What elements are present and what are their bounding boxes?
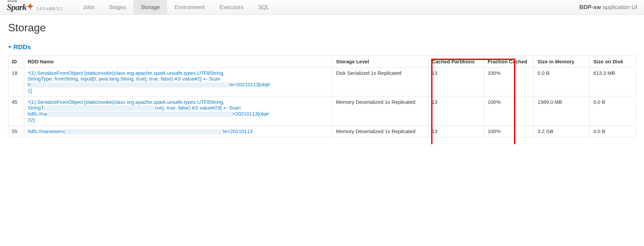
table-row: 18 *(1) SerializeFromObject [staticinvok… [8,67,636,96]
cell-size-in-memory: 3.2 GB [534,126,590,137]
th-cached-partitions[interactable]: Cached Partitions [428,56,484,67]
section-title: RDDs [13,43,31,51]
redacted-text [30,82,229,88]
main-nav: Jobs Stages Storage Environment Executor… [75,0,277,14]
cell-storage-level: Memory Deserialized 1x Replicated [332,126,428,137]
spark-logo-star-icon: ✦ [27,2,34,11]
content-area: Storage RDDs ID RDD Name Storage Level C… [0,15,644,144]
cell-cached-partitions: 13 [428,96,484,126]
rdd-link[interactable]: hdfs://nameservite=20210113 [28,128,329,134]
rdd-table: ID RDD Name Storage Level Cached Partiti… [8,56,636,137]
nav-stages[interactable]: Stages [102,0,133,14]
cell-storage-level: Memory Deserialized 1x Replicated [332,96,428,126]
cell-cached-partitions: 13 [428,67,484,96]
cell-storage-level: Disk Serialized 1x Replicated [332,67,428,96]
nav-storage[interactable]: Storage [133,0,167,14]
cell-id: 18 [8,67,24,96]
cell-id: 45 [8,96,24,126]
cell-size-in-memory: 1589.0 MB [534,96,590,126]
cell-rdd-name: hdfs://nameservite=20210113 [24,126,332,137]
spark-logo: Spark✦ [7,2,34,12]
redacted-text [47,112,232,117]
top-navbar: Spark✦ 2.4.0-cdh6.3.2 Jobs Stages Storag… [0,0,644,15]
cell-cached-partitions: 13 [428,126,484,137]
table-row: 55 hdfs://nameservite=20210113 Memory De… [8,126,636,137]
cell-size-on-disk: 613.3 MB [590,67,636,96]
cell-size-in-memory: 0.0 B [534,67,590,96]
nav-jobs[interactable]: Jobs [75,0,102,14]
cell-size-on-disk: 0.0 B [590,96,636,126]
cell-rdd-name: *(1) SerializeFromObject [staticinvoke(c… [24,67,332,96]
brand: Spark✦ 2.4.0-cdh6.3.2 [7,2,62,12]
page-title: Storage [8,22,636,34]
cell-fraction-cached: 100% [484,126,534,137]
nav-sql[interactable]: SQL [251,0,277,14]
th-id[interactable]: ID [8,56,24,67]
rdd-link[interactable]: *(1) SerializeFromObject [staticinvoke(c… [28,70,329,93]
rdd-link[interactable]: *(1) SerializeFromObject [staticinvoke(c… [28,99,329,123]
spark-version: 2.4.0-cdh6.3.2 [36,6,62,11]
app-title: BDP-xw application UI [579,4,637,11]
table-header-row: ID RDD Name Storage Level Cached Partiti… [8,56,636,67]
redacted-text [65,129,223,134]
caret-down-icon [8,46,11,48]
cell-fraction-cached: 100% [484,96,534,126]
nav-environment[interactable]: Environment [167,0,212,14]
table-row: 45 *(1) SerializeFromObject [staticinvok… [8,96,636,126]
th-size-in-memory[interactable]: Size in Memory [534,56,590,67]
cell-size-on-disk: 0.0 B [590,126,636,137]
cell-rdd-name: *(1) SerializeFromObject [staticinvoke(c… [24,96,332,126]
redacted-text [44,105,155,111]
cell-fraction-cached: 100% [484,67,534,96]
th-fraction-cached[interactable]: Fraction Cached [484,56,534,67]
th-rdd-name[interactable]: RDD Name [24,56,332,67]
nav-executors[interactable]: Executors [212,0,251,14]
rdds-section-toggle[interactable]: RDDs [8,43,636,51]
th-size-on-disk[interactable]: Size on Disk [590,56,636,67]
th-storage-level[interactable]: Storage Level [332,56,428,67]
cell-id: 55 [8,126,24,137]
